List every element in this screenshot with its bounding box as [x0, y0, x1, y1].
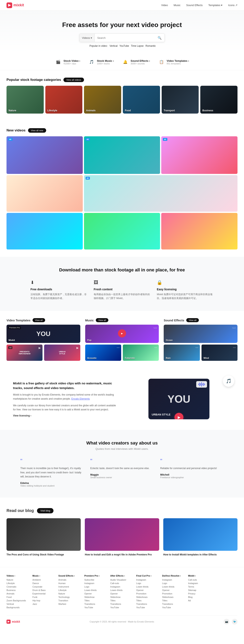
footer-link[interactable]: Transition: [58, 599, 82, 602]
footer-link[interactable]: Slideshows: [136, 596, 160, 598]
envato-link[interactable]: Envato Elements: [71, 397, 90, 400]
video-item-8[interactable]: [161, 213, 237, 250]
footer-link[interactable]: Nature: [7, 578, 30, 581]
footer-link[interactable]: Warfare: [58, 603, 82, 605]
search-button[interactable]: 🔍: [155, 36, 164, 40]
footer-link[interactable]: Titles: [110, 599, 134, 602]
vt-view-all-btn[interactable]: View all: [33, 318, 45, 322]
footer-link[interactable]: Instagram: [162, 578, 186, 581]
vt-card-brandnew[interactable]: PRESENTS#BRANDNEW Ad ▶: [7, 344, 43, 361]
footer-col-title-fcp[interactable]: Final Cut Pro ›: [136, 574, 160, 577]
nav-music[interactable]: Music: [174, 4, 181, 7]
category-business[interactable]: Business: [200, 86, 237, 114]
footer-link[interactable]: Animals: [7, 592, 30, 595]
blog-card-2[interactable]: How to Install and Edit a mogrt file in …: [85, 518, 159, 556]
footer-link[interactable]: Business: [7, 589, 30, 592]
quick-link-music[interactable]: 🎵 Stock Music › 1000+ tracks: [88, 59, 114, 65]
sfx-card-ocean[interactable]: Ocean 〰: [164, 325, 237, 343]
quick-link-sound[interactable]: 🔔 Sound Effects › 3000+ sounds: [122, 59, 150, 65]
footer-link[interactable]: Backgrounds: [7, 606, 30, 609]
footer-link[interactable]: Instagram: [136, 578, 160, 581]
footer-link[interactable]: Dance: [33, 582, 56, 584]
footer-link[interactable]: Logo: [136, 582, 160, 584]
footer-link[interactable]: Food: [7, 596, 30, 598]
footer-link[interactable]: Titles: [84, 599, 108, 602]
footer-link[interactable]: Slideshow: [84, 596, 108, 598]
footer-link[interactable]: Titles: [162, 599, 186, 602]
sfx-card-rain[interactable]: Rain 〰: [164, 344, 200, 361]
footer-logo[interactable]: mixkit: [7, 620, 20, 624]
tag-time-lapse[interactable]: Time Lapse: [131, 44, 144, 47]
category-transport[interactable]: Transport: [162, 86, 199, 114]
category-food[interactable]: Food: [123, 86, 160, 114]
footer-link[interactable]: Technology: [58, 596, 82, 598]
footer-link[interactable]: Instagram: [188, 582, 212, 584]
footer-link[interactable]: Instagram: [110, 586, 134, 588]
instagram-icon[interactable]: 📷: [224, 619, 229, 624]
video-item-7[interactable]: [84, 213, 160, 250]
logo[interactable]: mixkit: [7, 2, 24, 8]
nav-video[interactable]: Video: [161, 4, 168, 7]
footer-col-title-ae[interactable]: After Effects ›: [110, 574, 134, 577]
footer-link[interactable]: Experimental: [33, 592, 56, 595]
footer-link[interactable]: Zoom Backgrounds: [7, 599, 30, 602]
footer-link[interactable]: Human: [58, 582, 82, 584]
footer-link[interactable]: Transitions: [136, 603, 160, 605]
blog-card-3[interactable]: How to Install Mixkit templates in After…: [163, 518, 237, 556]
footer-link[interactable]: Subscribe: [84, 578, 108, 581]
tag-youtube[interactable]: YouTube: [119, 44, 129, 47]
footer-col-title-davinci[interactable]: DaVinci Resolve ›: [162, 574, 186, 577]
footer-link[interactable]: Lower-thirds: [162, 586, 186, 588]
footer-link[interactable]: Sitemap: [188, 589, 212, 592]
nav-sound-effects[interactable]: Sound Effects: [186, 4, 203, 7]
footer-link[interactable]: Opener: [162, 589, 186, 592]
footer-link[interactable]: Call-outs: [110, 582, 134, 584]
footer-link[interactable]: Instrument: [58, 586, 82, 588]
tag-vertical[interactable]: Vertical: [110, 44, 118, 47]
quick-link-video[interactable]: 🎬 Stock Video › 41000+ clips: [55, 59, 80, 65]
footer-link[interactable]: Slideshow: [110, 596, 134, 598]
music-card-pop[interactable]: ▶ Pop 〰: [85, 325, 159, 343]
mockup-play-button[interactable]: ▶: [174, 413, 183, 419]
video-item-4[interactable]: [7, 175, 83, 212]
footer-link[interactable]: Lower-thirds: [110, 589, 134, 592]
footer-link[interactable]: Ad: [188, 599, 212, 602]
footer-link[interactable]: Opener: [110, 592, 134, 595]
footer-col-title-videos[interactable]: Videos ›: [7, 574, 30, 577]
footer-link[interactable]: Logo: [162, 582, 186, 584]
footer-link[interactable]: Promotion: [136, 592, 160, 595]
footer-link[interactable]: YouTube: [110, 606, 134, 609]
music-view-all-btn[interactable]: View all: [96, 318, 108, 322]
footer-col-title-sfx[interactable]: Sound Effects ›: [58, 574, 82, 577]
video-item-2[interactable]: 4K: [84, 136, 160, 174]
footer-link[interactable]: Funk: [33, 596, 56, 598]
footer-link[interactable]: Slideshows: [162, 596, 186, 598]
footer-link[interactable]: Cinematic: [7, 586, 30, 588]
video-item-5[interactable]: 4K: [84, 175, 237, 212]
footer-link[interactable]: Blog: [188, 596, 212, 598]
search-input[interactable]: [95, 34, 155, 42]
footer-col-title-music[interactable]: Music ›: [33, 574, 56, 577]
view-all-new-btn[interactable]: View all new: [28, 128, 46, 133]
footer-link[interactable]: Lower-thirds: [136, 586, 160, 588]
footer-link[interactable]: YouTube: [136, 606, 160, 609]
video-item-3[interactable]: 4K: [161, 136, 237, 174]
vt-card-urban[interactable]: URBANSTYLE ▶: [44, 344, 80, 361]
footer-link[interactable]: Jazz: [33, 603, 56, 605]
blog-card-1[interactable]: The Pros and Cons of Using Stock Video F…: [7, 518, 81, 556]
footer-link[interactable]: Opener: [84, 592, 108, 595]
music-card-acoustic[interactable]: Acoustic 〰: [85, 344, 121, 361]
category-animals[interactable]: Animals: [84, 86, 121, 114]
footer-link[interactable]: Transitions: [162, 603, 186, 605]
footer-link[interactable]: Lower-thirds: [84, 589, 108, 592]
vt-card-main[interactable]: YOU Premiere Pro Mixkit: [7, 325, 80, 343]
footer-link[interactable]: YouTube: [162, 606, 186, 609]
nav-icons[interactable]: Icons ↗: [228, 4, 237, 7]
footer-link[interactable]: Logo: [84, 586, 108, 588]
footer-link[interactable]: Promotion: [162, 592, 186, 595]
video-item-6[interactable]: [7, 213, 83, 250]
footer-col-title-mixkit[interactable]: Mixkit ›: [188, 574, 212, 577]
footer-link[interactable]: Opener: [136, 589, 160, 592]
footer-col-title-premiere[interactable]: Premiere Pro ›: [84, 574, 108, 577]
footer-link[interactable]: Titles: [136, 599, 160, 602]
